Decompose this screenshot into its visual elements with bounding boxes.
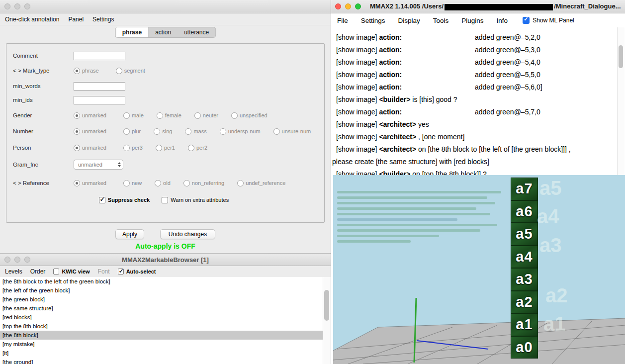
radio-number-mass[interactable]: mass	[185, 128, 206, 135]
markable-item[interactable]: [the ground]	[0, 358, 331, 364]
menu-one-click-annotation[interactable]: One-click annotation	[5, 16, 59, 23]
dialogue-line[interactable]: please create [the same structure] with …	[331, 156, 625, 168]
menu-levels[interactable]: Levels	[5, 268, 22, 275]
radio-number-undersp-num[interactable]: undersp-num	[220, 128, 261, 135]
dialogue-line[interactable]: [show image] <builder> is [this] good ?	[331, 93, 625, 106]
min-ids-label: min_ids	[6, 97, 74, 103]
markable-item[interactable]: [red blocks]	[0, 313, 331, 322]
minecraft-viewport[interactable]: a7 a6 a5 a4 a3 a2 a1 a0 a5 a4 a3 a2 a1	[333, 175, 625, 364]
menu-font[interactable]: Font	[98, 268, 110, 275]
attribute-window: One-click annotation Panel Settings phra…	[0, 0, 331, 254]
radio-reference-new[interactable]: new	[123, 180, 142, 186]
gender-row: Gender unmarked male female neuter unspe…	[6, 110, 321, 120]
markable-item[interactable]: [the green block]	[0, 295, 331, 304]
radio-number-plur[interactable]: plur	[123, 128, 141, 135]
dialogue-line[interactable]: [show image] action:added green@–5,5,0	[331, 69, 625, 81]
close-button[interactable]	[335, 3, 341, 9]
radio-number-unmarked[interactable]: unmarked	[74, 128, 106, 135]
dialogue-line[interactable]: [show image] <architect> , [one moment]	[331, 131, 625, 143]
menu-tools[interactable]: Tools	[433, 17, 449, 24]
radio-reference-non-referring[interactable]: non_referring	[183, 180, 224, 186]
apply-button[interactable]: Apply	[115, 229, 144, 239]
markable-item[interactable]: [my mistake]	[0, 340, 331, 349]
block-a2: a2	[511, 291, 538, 314]
tab-phrase[interactable]: phrase	[115, 27, 149, 37]
zoom-button[interactable]	[355, 3, 361, 9]
tab-action[interactable]: action	[149, 27, 178, 37]
scrollbar-thumb[interactable]	[324, 290, 329, 321]
radio-gender-neuter[interactable]: neuter	[194, 112, 218, 119]
close-button[interactable]	[4, 3, 10, 9]
radio-number-unsure-num[interactable]: unsure-num	[273, 128, 311, 135]
markable-item-selected[interactable]: [the 8th block]	[0, 331, 331, 340]
radio-number-sing[interactable]: sing	[154, 128, 172, 135]
radio-gender-unspecified[interactable]: unspecified	[231, 112, 268, 119]
browser-titlebar: MMAX2MarkableBrowser [1]	[0, 254, 331, 266]
dialogue-line[interactable]: [show image] action:added green@–5,7,0	[331, 106, 625, 118]
menu-info[interactable]: Info	[497, 17, 508, 24]
browser-scrollbar[interactable]	[323, 277, 331, 364]
close-button[interactable]	[4, 257, 10, 263]
menu-settings[interactable]: Settings	[361, 17, 385, 24]
min-ids-input[interactable]	[74, 96, 125, 104]
markable-item[interactable]: [it]	[0, 349, 331, 358]
block-a4: a4	[511, 246, 538, 269]
dialogue-line[interactable]: [show image] <architect> on [the 8th blo…	[331, 143, 625, 156]
auto-apply-status: Auto-apply is OFF	[0, 242, 331, 250]
gram-fnc-row: Gram_fnc unmarked	[6, 159, 321, 170]
block-a0: a0	[511, 336, 538, 359]
markable-item[interactable]: [top the 8th block]	[0, 322, 331, 331]
menu-plugins[interactable]: Plugins	[461, 17, 483, 24]
auto-select-checkbox[interactable]: Auto-select	[118, 269, 156, 274]
radio-person-per3[interactable]: per3	[123, 145, 143, 151]
traffic-lights	[0, 3, 30, 9]
radio-reference-old[interactable]: old	[155, 180, 171, 186]
radio-icon	[154, 128, 160, 135]
radio-gender-female[interactable]: female	[157, 112, 181, 119]
menu-file[interactable]: File	[337, 17, 348, 24]
main-scrollbar[interactable]	[617, 27, 625, 175]
radio-person-unmarked[interactable]: unmarked	[74, 145, 106, 151]
undo-changes-button[interactable]: Undo changes	[160, 229, 215, 239]
menu-display[interactable]: Display	[398, 17, 420, 24]
scrollbar-thumb[interactable]	[619, 45, 623, 68]
dialogue-line[interactable]: [show image] action:added green@–5,6,0]	[331, 81, 625, 93]
show-ml-panel-checkbox[interactable]: Show ML Panel	[523, 17, 574, 24]
radio-person-per1[interactable]: per1	[156, 145, 175, 151]
markable-item[interactable]: [the same structure]	[0, 304, 331, 313]
radio-gender-unmarked[interactable]: unmarked	[74, 112, 106, 119]
radio-gender-male[interactable]: male	[123, 112, 144, 119]
checkbox-checked-icon	[118, 269, 124, 274]
radio-reference-undef-reference[interactable]: undef_reference	[237, 180, 285, 186]
dialogue-line[interactable]: [show image] action:added green@–5,3,0	[331, 44, 625, 56]
zoom-button[interactable]	[24, 3, 30, 9]
radio-icon	[156, 145, 162, 151]
menu-order[interactable]: Order	[30, 268, 46, 275]
markable-item[interactable]: [the left of the green block]	[0, 286, 331, 295]
radio-mark-type-phrase[interactable]: phrase	[74, 68, 99, 74]
checkbox-unchecked-icon	[53, 269, 59, 274]
radio-reference-unmarked[interactable]: unmarked	[74, 180, 106, 186]
markable-list: [the 8th block to the left of the green …	[0, 277, 331, 364]
dialogue-line[interactable]: [show image] <architect> yes	[331, 118, 625, 131]
comment-input[interactable]	[74, 52, 125, 60]
min-words-input[interactable]	[74, 82, 125, 91]
dialogue-line[interactable]: [show image] action:added green@–5,4,0	[331, 56, 625, 69]
radio-mark-type-segment[interactable]: segment	[116, 68, 145, 74]
radio-person-per2[interactable]: per2	[188, 145, 207, 151]
zoom-button[interactable]	[24, 257, 30, 263]
dialogue-line[interactable]: [show image] action:added green@–5,2,0	[331, 31, 625, 44]
markable-item[interactable]: [the 8th block to the left of the green …	[0, 277, 331, 286]
gram-fnc-label: Gram_fnc	[6, 162, 74, 168]
gram-fnc-dropdown[interactable]: unmarked	[74, 160, 123, 170]
suppress-check-checkbox[interactable]: Suppress check	[99, 197, 150, 203]
minimize-button[interactable]	[14, 3, 20, 9]
minimize-button[interactable]	[14, 257, 20, 263]
menu-panel[interactable]: Panel	[68, 16, 84, 23]
menu-settings[interactable]: Settings	[92, 16, 114, 23]
tab-utterance[interactable]: utterance	[178, 27, 215, 37]
minimize-button[interactable]	[345, 3, 351, 9]
kwic-view-checkbox[interactable]: KWIC view	[53, 269, 89, 274]
mark-type-row: < > Mark_type phrase segment	[6, 66, 321, 76]
warn-extra-attributes-checkbox[interactable]: Warn on extra attributes	[162, 197, 229, 203]
